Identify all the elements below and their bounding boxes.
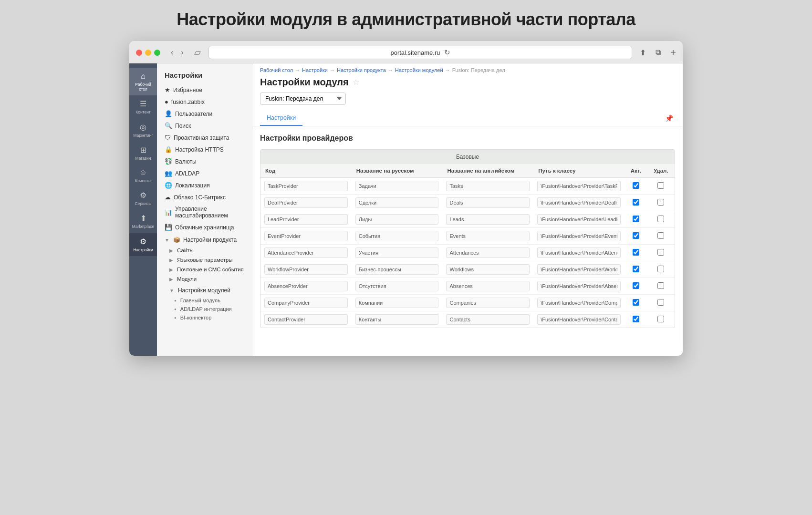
checkbox-delete-8[interactable] bbox=[657, 316, 664, 322]
input-class-path-2[interactable] bbox=[537, 214, 621, 225]
checkbox-delete-1[interactable] bbox=[657, 199, 664, 206]
sidebar-item-services[interactable]: ⚙ Сервисы bbox=[129, 187, 157, 210]
checkbox-delete-4[interactable] bbox=[657, 249, 664, 256]
input-en-name-3[interactable] bbox=[446, 231, 530, 241]
checkbox-active-4[interactable] bbox=[633, 249, 639, 256]
nav-item-scaling[interactable]: 📊 Управление масштабированием bbox=[157, 203, 252, 221]
checkbox-active-3[interactable] bbox=[633, 232, 639, 239]
pin-icon[interactable]: 📌 bbox=[663, 111, 675, 126]
input-ru-name-3[interactable] bbox=[355, 231, 439, 241]
checkbox-delete-3[interactable] bbox=[657, 232, 664, 239]
checkbox-active-0[interactable] bbox=[633, 182, 639, 189]
checkbox-active-6[interactable] bbox=[633, 282, 639, 289]
input-code-6[interactable] bbox=[264, 281, 348, 291]
input-ru-name-4[interactable] bbox=[355, 247, 439, 258]
sidebar-item-content[interactable]: ☰ Контент bbox=[129, 95, 157, 118]
checkbox-active-2[interactable] bbox=[633, 216, 639, 222]
module-select[interactable]: Fusion: Передача дел bbox=[260, 93, 346, 105]
input-ru-name-6[interactable] bbox=[355, 281, 439, 291]
input-class-path-0[interactable] bbox=[537, 181, 621, 191]
input-class-path-4[interactable] bbox=[537, 247, 621, 258]
nav-item-search[interactable]: 🔍 Поиск bbox=[157, 120, 252, 132]
nav-item-localization[interactable]: 🌐 Локализация bbox=[157, 179, 252, 191]
input-code-8[interactable] bbox=[264, 314, 348, 325]
new-tab-button[interactable]: + bbox=[670, 47, 676, 58]
input-code-3[interactable] bbox=[264, 231, 348, 241]
input-code-7[interactable] bbox=[264, 298, 348, 308]
duplicate-button[interactable]: ⧉ bbox=[653, 47, 664, 58]
checkbox-delete-2[interactable] bbox=[657, 216, 664, 222]
nav-item-currencies[interactable]: 💱 Валюты bbox=[157, 155, 252, 167]
input-class-path-6[interactable] bbox=[537, 281, 621, 291]
sidebar-item-shop[interactable]: ⊞ Магазин bbox=[129, 142, 157, 165]
checkbox-active-5[interactable] bbox=[633, 266, 639, 272]
favorite-star-icon[interactable]: ☆ bbox=[353, 78, 359, 87]
nav-item-cloud[interactable]: ☁ Облако 1С-Битрикс bbox=[157, 191, 252, 203]
nav-item-modules[interactable]: ▶ Модули bbox=[162, 274, 252, 284]
input-en-name-7[interactable] bbox=[446, 298, 530, 308]
nav-item-sites[interactable]: ▶ Сайты bbox=[162, 246, 252, 255]
input-class-path-7[interactable] bbox=[537, 298, 621, 308]
input-en-name-2[interactable] bbox=[446, 214, 530, 225]
input-ru-name-8[interactable] bbox=[355, 314, 439, 325]
checkbox-delete-5[interactable] bbox=[657, 266, 664, 272]
input-ru-name-1[interactable] bbox=[355, 197, 439, 208]
input-ru-name-2[interactable] bbox=[355, 214, 439, 225]
nav-item-https[interactable]: 🔒 Настройка HTTPS bbox=[157, 144, 252, 155]
close-button[interactable] bbox=[136, 50, 142, 56]
breadcrumb-product-settings[interactable]: Настройки продукта bbox=[337, 67, 386, 73]
nav-item-lang-params[interactable]: ▶ Языковые параметры bbox=[162, 255, 252, 265]
nav-item-bi-connector[interactable]: ● BI-коннектор bbox=[167, 313, 252, 322]
input-class-path-1[interactable] bbox=[537, 197, 621, 208]
breadcrumb-desktop[interactable]: Рабочий стол bbox=[260, 67, 293, 73]
input-code-1[interactable] bbox=[264, 197, 348, 208]
input-ru-name-0[interactable] bbox=[355, 181, 439, 191]
input-en-name-1[interactable] bbox=[446, 197, 530, 208]
sidebar-item-marketplace[interactable]: ⬆ Marketplace bbox=[129, 210, 157, 233]
breadcrumb-module-settings[interactable]: Настройки модулей bbox=[395, 67, 443, 73]
input-en-name-8[interactable] bbox=[446, 314, 530, 325]
input-code-4[interactable] bbox=[264, 247, 348, 258]
checkbox-delete-0[interactable] bbox=[657, 182, 664, 189]
minimize-button[interactable] bbox=[145, 50, 151, 56]
input-en-name-5[interactable] bbox=[446, 264, 530, 275]
breadcrumb-settings[interactable]: Настройки bbox=[302, 67, 328, 73]
input-ru-name-7[interactable] bbox=[355, 298, 439, 308]
nav-item-users[interactable]: 👤 Пользователи bbox=[157, 108, 252, 120]
checkbox-active-7[interactable] bbox=[633, 299, 639, 306]
input-class-path-3[interactable] bbox=[537, 231, 621, 241]
nav-item-fusion-zabbix[interactable]: ● fusion.zabbix bbox=[157, 96, 252, 108]
nav-item-cloud-storage[interactable]: 💾 Облачные хранилища bbox=[157, 221, 252, 233]
checkbox-active-1[interactable] bbox=[633, 199, 639, 206]
address-bar[interactable]: portal.sitename.ru ↻ bbox=[208, 46, 633, 59]
maximize-button[interactable] bbox=[154, 50, 160, 56]
nav-item-main-module[interactable]: ● Главный модуль bbox=[167, 296, 252, 305]
input-class-path-8[interactable] bbox=[537, 314, 621, 325]
nav-group-product-settings-header[interactable]: ▼ 📦 Настройки продукта bbox=[157, 234, 252, 246]
nav-group-module-settings-header[interactable]: ▼ Настройки модулей bbox=[162, 285, 252, 296]
sidebar-item-desktop[interactable]: ⌂ Рабочий стол bbox=[129, 68, 157, 95]
checkbox-delete-7[interactable] bbox=[657, 299, 664, 306]
nav-item-adldap[interactable]: 👥 AD/LDAP bbox=[157, 167, 252, 179]
input-code-0[interactable] bbox=[264, 181, 348, 191]
nav-item-proactive[interactable]: 🛡 Проактивная защита bbox=[157, 132, 252, 144]
sidebar-item-clients[interactable]: ☺ Клиенты bbox=[129, 165, 157, 187]
checkbox-delete-6[interactable] bbox=[657, 282, 664, 289]
input-code-5[interactable] bbox=[264, 264, 348, 275]
input-en-name-0[interactable] bbox=[446, 181, 530, 191]
nav-item-favorites[interactable]: ★ Избранное bbox=[157, 84, 252, 96]
input-en-name-6[interactable] bbox=[446, 281, 530, 291]
sidebar-item-marketing[interactable]: ◎ Маркетинг bbox=[129, 119, 157, 142]
sidebar-toggle-button[interactable]: ▱ bbox=[191, 46, 204, 59]
checkbox-active-8[interactable] bbox=[633, 316, 639, 322]
nav-item-mail-sms[interactable]: ▶ Почтовые и СМС события bbox=[162, 265, 252, 274]
input-ru-name-5[interactable] bbox=[355, 264, 439, 275]
input-class-path-5[interactable] bbox=[537, 264, 621, 275]
tab-settings[interactable]: Настройки bbox=[260, 111, 302, 126]
share-button[interactable]: ⬆ bbox=[637, 47, 649, 58]
sidebar-item-settings[interactable]: ⚙ Настройки bbox=[129, 233, 157, 256]
back-button[interactable]: ‹ bbox=[168, 47, 176, 58]
nav-item-adldap-integration[interactable]: ● AD/LDAP интеграция bbox=[167, 305, 252, 313]
reload-button[interactable]: ↻ bbox=[444, 48, 450, 57]
input-en-name-4[interactable] bbox=[446, 247, 530, 258]
